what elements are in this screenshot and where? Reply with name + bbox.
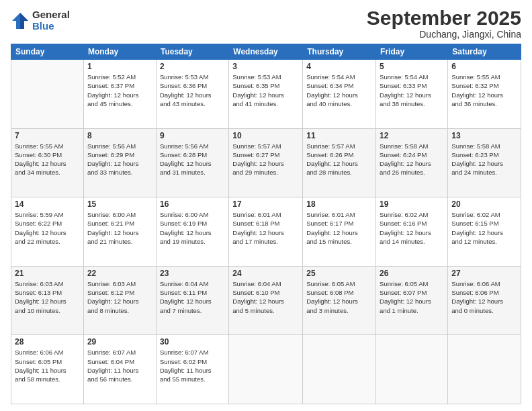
day-info: Sunrise: 5:52 AMSunset: 6:37 PMDaylight:…: [87, 73, 152, 108]
day-number: 16: [160, 199, 225, 209]
day-number: 12: [380, 131, 444, 140]
day-number: 24: [232, 269, 299, 278]
day-info: Sunrise: 5:57 AMSunset: 6:26 PMDaylight:…: [306, 142, 372, 177]
day-info: Sunrise: 5:56 AMSunset: 6:28 PMDaylight:…: [160, 142, 225, 177]
day-number: 1: [87, 62, 152, 71]
day-number: 7: [15, 131, 80, 140]
calendar-cell: 22Sunrise: 6:03 AMSunset: 6:12 PMDayligh…: [83, 266, 156, 335]
day-number: 13: [451, 131, 517, 140]
calendar-table: SundayMondayTuesdayWednesdayThursdayFrid…: [11, 44, 521, 404]
logo-general-text: General: [32, 9, 70, 21]
week-row-3: 14Sunrise: 5:59 AMSunset: 6:22 PMDayligh…: [11, 197, 521, 267]
logo-blue-text: Blue: [32, 21, 70, 32]
day-info: Sunrise: 5:58 AMSunset: 6:24 PMDaylight:…: [380, 142, 444, 177]
day-number: 26: [380, 269, 444, 278]
weekday-header-wednesday: Wednesday: [229, 44, 303, 60]
day-info: Sunrise: 6:00 AMSunset: 6:19 PMDaylight:…: [160, 210, 225, 246]
calendar-cell: [303, 335, 376, 404]
day-number: 27: [451, 269, 517, 278]
calendar-cell: 3Sunrise: 5:53 AMSunset: 6:35 PMDaylight…: [229, 60, 303, 129]
day-info: Sunrise: 6:05 AMSunset: 6:08 PMDaylight:…: [306, 279, 372, 315]
day-info: Sunrise: 6:07 AMSunset: 6:02 PMDaylight:…: [160, 348, 225, 383]
calendar-cell: 25Sunrise: 6:05 AMSunset: 6:08 PMDayligh…: [303, 266, 376, 335]
day-number: 2: [160, 62, 225, 71]
week-row-1: 1Sunrise: 5:52 AMSunset: 6:37 PMDaylight…: [11, 60, 521, 129]
week-row-5: 28Sunrise: 6:06 AMSunset: 6:05 PMDayligh…: [11, 335, 521, 404]
day-number: 14: [15, 199, 80, 209]
calendar-cell: 29Sunrise: 6:07 AMSunset: 6:04 PMDayligh…: [83, 335, 156, 404]
day-number: 25: [306, 269, 372, 278]
calendar-cell: 10Sunrise: 5:57 AMSunset: 6:27 PMDayligh…: [229, 128, 303, 197]
day-info: Sunrise: 5:54 AMSunset: 6:34 PMDaylight:…: [306, 73, 372, 108]
day-info: Sunrise: 6:02 AMSunset: 6:16 PMDaylight:…: [380, 210, 444, 246]
calendar-cell: 15Sunrise: 6:00 AMSunset: 6:21 PMDayligh…: [83, 197, 156, 267]
day-number: 22: [87, 269, 152, 278]
day-number: 20: [451, 199, 517, 209]
day-number: 28: [15, 337, 80, 347]
day-info: Sunrise: 5:55 AMSunset: 6:30 PMDaylight:…: [15, 142, 80, 177]
calendar-cell: 6Sunrise: 5:55 AMSunset: 6:32 PMDaylight…: [448, 60, 521, 129]
day-number: 19: [380, 199, 444, 209]
calendar-cell: 16Sunrise: 6:00 AMSunset: 6:19 PMDayligh…: [156, 197, 228, 267]
week-row-2: 7Sunrise: 5:55 AMSunset: 6:30 PMDaylight…: [11, 128, 521, 197]
logo: General Blue: [11, 9, 70, 32]
calendar-cell: 19Sunrise: 6:02 AMSunset: 6:16 PMDayligh…: [376, 197, 448, 267]
day-info: Sunrise: 5:58 AMSunset: 6:23 PMDaylight:…: [451, 142, 517, 177]
calendar-cell: 27Sunrise: 6:06 AMSunset: 6:06 PMDayligh…: [448, 266, 521, 335]
weekday-header-sunday: Sunday: [11, 44, 84, 60]
calendar-cell: 2Sunrise: 5:53 AMSunset: 6:36 PMDaylight…: [156, 60, 228, 129]
day-number: 10: [232, 131, 299, 140]
calendar-cell: 28Sunrise: 6:06 AMSunset: 6:05 PMDayligh…: [11, 335, 84, 404]
calendar-cell: 21Sunrise: 6:03 AMSunset: 6:13 PMDayligh…: [11, 266, 84, 335]
calendar-cell: 5Sunrise: 5:54 AMSunset: 6:33 PMDaylight…: [376, 60, 448, 129]
day-info: Sunrise: 5:55 AMSunset: 6:32 PMDaylight:…: [451, 73, 517, 108]
day-info: Sunrise: 6:06 AMSunset: 6:05 PMDaylight:…: [15, 348, 80, 383]
calendar-cell: 7Sunrise: 5:55 AMSunset: 6:30 PMDaylight…: [11, 128, 84, 197]
day-number: 30: [160, 337, 225, 347]
day-info: Sunrise: 6:05 AMSunset: 6:07 PMDaylight:…: [380, 279, 444, 315]
logo-icon: [11, 11, 30, 30]
calendar-cell: 13Sunrise: 5:58 AMSunset: 6:23 PMDayligh…: [448, 128, 521, 197]
day-number: 6: [451, 62, 517, 71]
calendar-cell: [229, 335, 303, 404]
day-info: Sunrise: 5:56 AMSunset: 6:29 PMDaylight:…: [87, 142, 152, 177]
day-number: 3: [232, 62, 299, 71]
day-number: 18: [306, 199, 372, 209]
day-info: Sunrise: 6:03 AMSunset: 6:13 PMDaylight:…: [15, 279, 80, 315]
day-info: Sunrise: 5:53 AMSunset: 6:35 PMDaylight:…: [232, 73, 299, 108]
day-info: Sunrise: 6:00 AMSunset: 6:21 PMDaylight:…: [87, 210, 152, 246]
title-block: September 2025 Duchang, Jiangxi, China: [367, 7, 521, 40]
day-number: 17: [232, 199, 299, 209]
day-info: Sunrise: 6:04 AMSunset: 6:10 PMDaylight:…: [232, 279, 299, 315]
calendar-cell: [448, 335, 521, 404]
calendar-cell: 8Sunrise: 5:56 AMSunset: 6:29 PMDaylight…: [83, 128, 156, 197]
day-info: Sunrise: 5:54 AMSunset: 6:33 PMDaylight:…: [380, 73, 444, 108]
calendar-cell: 23Sunrise: 6:04 AMSunset: 6:11 PMDayligh…: [156, 266, 228, 335]
day-number: 5: [380, 62, 444, 71]
calendar-cell: 20Sunrise: 6:02 AMSunset: 6:15 PMDayligh…: [448, 197, 521, 267]
day-info: Sunrise: 6:04 AMSunset: 6:11 PMDaylight:…: [160, 279, 225, 315]
calendar-cell: 24Sunrise: 6:04 AMSunset: 6:10 PMDayligh…: [229, 266, 303, 335]
day-number: 4: [306, 62, 372, 71]
day-info: Sunrise: 6:01 AMSunset: 6:17 PMDaylight:…: [306, 210, 372, 246]
calendar-cell: 4Sunrise: 5:54 AMSunset: 6:34 PMDaylight…: [303, 60, 376, 129]
calendar-cell: 1Sunrise: 5:52 AMSunset: 6:37 PMDaylight…: [83, 60, 156, 129]
calendar-cell: 14Sunrise: 5:59 AMSunset: 6:22 PMDayligh…: [11, 197, 84, 267]
calendar-cell: 18Sunrise: 6:01 AMSunset: 6:17 PMDayligh…: [303, 197, 376, 267]
calendar-cell: 9Sunrise: 5:56 AMSunset: 6:28 PMDaylight…: [156, 128, 228, 197]
day-info: Sunrise: 5:59 AMSunset: 6:22 PMDaylight:…: [15, 210, 80, 246]
weekday-header-saturday: Saturday: [448, 44, 521, 60]
weekday-header-friday: Friday: [376, 44, 448, 60]
weekday-header-monday: Monday: [83, 44, 156, 60]
calendar-title: September 2025: [367, 7, 521, 29]
weekday-header-row: SundayMondayTuesdayWednesdayThursdayFrid…: [11, 44, 521, 60]
weekday-header-tuesday: Tuesday: [156, 44, 228, 60]
calendar-cell: 12Sunrise: 5:58 AMSunset: 6:24 PMDayligh…: [376, 128, 448, 197]
day-number: 9: [160, 131, 225, 140]
weekday-header-thursday: Thursday: [303, 44, 376, 60]
calendar-cell: [376, 335, 448, 404]
day-number: 23: [160, 269, 225, 278]
svg-marker-1: [20, 13, 28, 29]
day-number: 21: [15, 269, 80, 278]
day-number: 29: [87, 337, 152, 347]
